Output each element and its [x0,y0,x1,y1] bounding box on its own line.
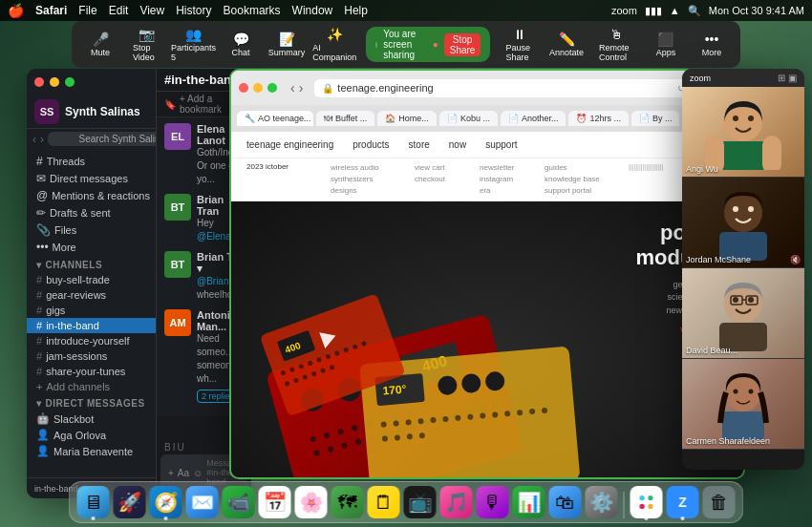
menu-file[interactable]: File [78,4,96,17]
safari-tab-2[interactable]: 🏠 Home... [377,111,437,126]
menu-window[interactable]: Window [292,4,333,17]
maximize-button[interactable] [65,77,75,87]
launchpad-icon[interactable]: 🚀 [114,486,146,518]
tv-icon[interactable]: 📺 [404,486,437,518]
menu-bookmarks[interactable]: Bookmarks [224,4,281,17]
video-button[interactable]: 📷 Stop Video [125,25,167,64]
te-nav-brand[interactable]: teenage engineering [246,139,333,150]
minimize-button[interactable] [50,77,59,87]
mail-icon[interactable]: ✉️ [186,486,219,518]
ai-button[interactable]: ✨ AI Companion [311,25,358,64]
channel-title: #in-the-band [164,73,239,87]
facetime-icon[interactable]: 📹 [223,486,255,518]
more-label: More [53,242,76,253]
notes-icon[interactable]: 🗒 [368,486,400,518]
te-nav-store[interactable]: store [409,139,430,150]
annotate-label: Annotate [549,48,584,57]
menu-app[interactable]: Safari [35,4,67,17]
safari-minimize-button[interactable] [253,83,263,93]
face-svg-2 [705,184,781,261]
close-button[interactable] [34,77,44,87]
bold-btn[interactable]: B [164,442,171,453]
te-nav-products[interactable]: products [353,139,389,150]
participant-video-2 [682,178,804,267]
back-icon[interactable]: ‹ [32,133,36,146]
music-icon[interactable]: 🎵 [440,486,473,518]
apps-button[interactable]: ⬛ Apps [645,30,687,59]
dock-slack [630,486,663,518]
finder-icon[interactable]: 🖥 [77,486,110,518]
safari-tab-4[interactable]: 📄 Another... [501,111,566,126]
avatar: BT [164,251,191,278]
calendar-icon[interactable]: 📅 [259,486,291,518]
trash-icon[interactable]: 🗑 [703,486,736,518]
zoom-icon[interactable]: Z [667,486,699,518]
te-nav-support[interactable]: support [485,139,517,150]
synth-svg: 400 [231,264,623,479]
dock-settings: ⚙️ [586,486,618,518]
chat-button[interactable]: 💬 Chat [220,30,262,59]
mute-label: Mute [91,48,110,57]
sharing-text: You are screen sharing [383,29,426,60]
menubar-right: zoom ▮▮▮ ▲ 🔍 Mon Oct 30 9:41 AM [611,5,804,17]
svg-point-75 [733,116,738,121]
photos-icon[interactable]: 🌸 [295,486,328,518]
safari-tab-active[interactable]: 🔧 AO teenage... [237,111,313,126]
back-button[interactable]: ‹ [290,80,295,95]
te-col-store: view cartcheckout [415,162,472,197]
safari-tab-3[interactable]: 📄 Kobu ... [439,111,498,126]
speaker-view-icon[interactable]: ▣ [788,73,797,83]
slack-icon[interactable] [630,486,663,518]
menu-edit[interactable]: Edit [109,4,129,17]
emoji-icon[interactable]: ☺ [193,468,203,478]
maps-icon[interactable]: 🗺 [331,486,364,518]
attach-icon[interactable]: + [168,468,174,478]
grid-view-icon[interactable]: ⊞ [778,73,785,83]
apple-menu[interactable]: 🍎 [8,3,24,18]
maria-icon: 👤 [36,445,50,457]
pause-share-button[interactable]: ⏸ Pause Share [498,25,542,64]
more-button[interactable]: ••• More [691,30,733,59]
underline-btn[interactable]: U [177,442,183,453]
url-text: teenage.engineering [337,82,433,94]
summary-button[interactable]: 📝 Summary [266,30,308,59]
dock-music: 🎵 [440,486,473,518]
search-icon[interactable]: 🔍 [688,5,701,17]
safari-maximize-button[interactable] [267,83,277,93]
tab-favicon: 📄 [639,114,650,123]
podcasts-icon[interactable]: 🎙 [477,486,509,518]
participant-name-1: Angi Wu [686,164,718,174]
mute-button[interactable]: 🎤 Mute [79,30,121,59]
menu-help[interactable]: Help [344,4,368,17]
participants-button[interactable]: 👥 Participants 5 [171,25,216,64]
dock: 🖥 🚀 🧭 ✉️ 📹 📅 🌸 🗺 🗒 📺 🎵 🎙 📊 🛍 ⚙️ [69,481,744,523]
te-now-desc: newsletterinstagramera [480,162,537,197]
te-support-desc: guidesknowledge basesupport portal [545,162,621,197]
te-col-date: 2023 ictober [246,162,323,197]
svg-point-95 [639,495,644,500]
menu-history[interactable]: History [176,4,211,17]
safari-icon[interactable]: 🧭 [150,486,182,518]
dock-calendar: 📅 [259,486,291,518]
chat-icon: 💬 [233,32,249,47]
annotate-button[interactable]: ✏️ Annotate [545,30,588,59]
aga-icon: 👤 [36,429,50,441]
settings-icon[interactable]: ⚙️ [586,486,618,518]
numbers-icon[interactable]: 📊 [513,486,545,518]
remote-button[interactable]: 🖱 Remote Control [591,25,641,64]
stop-share-button[interactable]: Stop Share [444,33,481,56]
safari-tab-5[interactable]: ⏰ 12hrs ... [568,111,629,126]
te-nav-now[interactable]: now [449,139,466,150]
safari-tab-1[interactable]: 🍽 Buffet ... [316,111,374,126]
forward-button[interactable]: › [299,80,304,95]
safari-close-button[interactable] [239,83,248,93]
appstore-icon[interactable]: 🛍 [549,486,582,518]
menu-view[interactable]: View [139,4,164,17]
forward-icon[interactable]: › [40,133,44,146]
italic-btn[interactable]: I [173,442,176,453]
pause-icon: ⏸ [513,27,526,42]
tab-label: Another... [522,114,559,123]
safari-tab-6[interactable]: 📄 By ... [631,111,680,126]
video-icon: 📷 [139,27,155,42]
safari-url-bar[interactable]: 🔒 teenage.engineering ↺ [314,79,694,97]
